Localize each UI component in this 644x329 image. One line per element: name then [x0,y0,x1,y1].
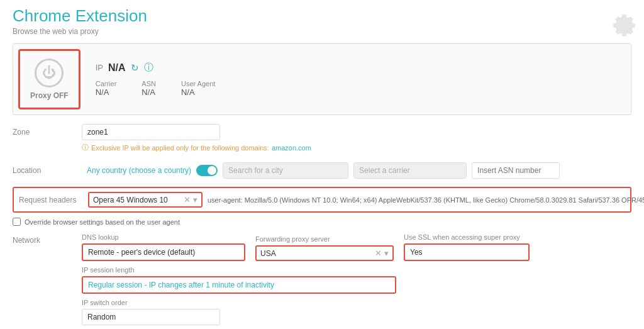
override-label: Override browser settings based on the u… [25,218,180,226]
proxy-section: ⏻ Proxy OFF IP N/A ↻ ⓘ Carrier N/A ASN N… [13,43,631,115]
forwarding-arrow-icon[interactable]: ▾ [384,248,389,258]
override-checkbox[interactable] [13,218,21,226]
exclusive-domain-link[interactable]: amazon.com [272,144,311,152]
forwarding-clear-icon[interactable]: ✕ [372,248,384,258]
asn-label: ASN [142,80,156,87]
ip-value: N/A [108,62,126,74]
override-checkbox-row: Override browser settings based on the u… [13,215,631,228]
ua-selected-label: Opera 45 Windows 10 [93,196,181,204]
user-agent-info: User Agent N/A [181,80,215,97]
zone-label: Zone [13,124,82,137]
exclusive-note: ⓘ Exclusive IP will be applied only for … [82,143,311,152]
zone-row: Zone zone1 zone2 ⓘ Exclusive IP will be … [13,119,631,157]
asn-input[interactable] [472,162,560,179]
location-row: Location Any country (choose a country) … [13,157,631,184]
carrier-value: N/A [96,87,117,97]
ssl-select[interactable]: Yes No [404,243,530,261]
gear-icon [606,6,638,40]
ip-session-select[interactable]: Regular session - IP changes after 1 min… [82,276,396,294]
carrier-select[interactable]: Select a carrier [353,162,467,179]
info-icon[interactable]: ⓘ [144,62,153,74]
ssl-label: Use SSL when accessing super proxy [404,233,530,241]
asn-info: ASN N/A [142,80,156,97]
toggle-knob [208,166,216,175]
power-button[interactable]: ⏻ [35,59,64,87]
asn-value: N/A [142,87,156,97]
page-title: Chrome Extension [13,6,631,26]
carrier-label: Carrier [96,80,117,87]
network-content: DNS lookup Remote - peer's device (defau… [82,233,631,325]
zone-select[interactable]: zone1 zone2 [82,124,220,140]
page-header: Chrome Extension Browse the web via prox… [0,0,644,40]
network-label: Network [13,233,82,245]
ua-select-wrap: Opera 45 Windows 10 ✕ ▾ [88,192,203,208]
ssl-box: Use SSL when accessing super proxy Yes N… [404,233,530,261]
ip-session-box: IP session length Regular session - IP c… [82,266,631,294]
location-toggle[interactable] [196,165,218,176]
dns-box: DNS lookup Remote - peer's device (defau… [82,233,245,261]
forwarding-input-wrap: USA ✕ ▾ [255,245,394,261]
ua-dropdown-icon[interactable]: ▾ [193,195,197,204]
ip-meta-row: Carrier N/A ASN N/A User Agent N/A [96,80,621,97]
user-agent-label: User Agent [181,80,215,87]
refresh-icon[interactable]: ↻ [131,62,139,74]
ip-switch-box: IP switch order Random Sequential [82,299,631,325]
proxy-toggle-box[interactable]: ⏻ Proxy OFF [18,49,80,109]
ip-row: IP N/A ↻ ⓘ [96,62,621,74]
location-link[interactable]: Any country (choose a country) [87,166,191,175]
network-section: Network DNS lookup Remote - peer's devic… [0,228,644,329]
request-headers-inner: Opera 45 Windows 10 ✕ ▾ user-agent: Mozi… [88,192,644,208]
carrier-info: Carrier N/A [96,80,117,97]
dns-label: DNS lookup [82,233,245,241]
page-subtitle: Browse the web via proxy [13,27,631,36]
ip-switch-select[interactable]: Random Sequential [82,309,220,325]
location-label: Location [13,166,82,175]
forwarding-value: USA [260,249,372,258]
settings-section: Zone zone1 zone2 ⓘ Exclusive IP will be … [0,119,644,228]
forwarding-label: Forwarding proxy server [255,235,394,243]
dns-select[interactable]: Remote - peer's device (default) Local -… [82,243,245,261]
city-select[interactable]: Search for a city [223,162,348,179]
request-headers-row: Request headers Opera 45 Windows 10 ✕ ▾ … [13,187,631,213]
request-headers-label: Request headers [19,196,88,204]
ip-switch-label: IP switch order [82,299,631,306]
ip-session-label: IP session length [82,266,631,274]
user-agent-value: N/A [181,87,215,97]
network-row-1: DNS lookup Remote - peer's device (defau… [82,233,631,261]
ip-label: IP [96,63,103,72]
proxy-status-label: Proxy OFF [30,91,69,100]
proxy-info: IP N/A ↻ ⓘ Carrier N/A ASN N/A User Agen… [86,54,631,104]
forwarding-box: Forwarding proxy server USA ✕ ▾ [255,235,394,261]
ua-value-display: user-agent: Mozilla/5.0 (Windows NT 10.0… [208,196,644,204]
ua-clear-icon[interactable]: ✕ [181,195,193,204]
